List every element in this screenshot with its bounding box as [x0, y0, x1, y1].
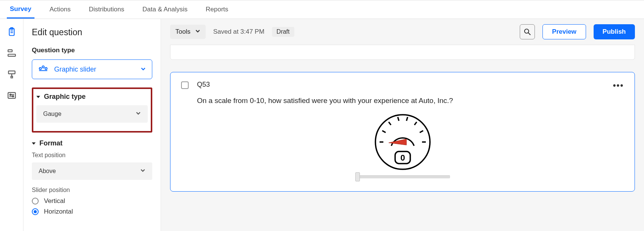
- search-button[interactable]: [520, 24, 535, 39]
- graphic-type-select[interactable]: Gauge: [36, 105, 148, 123]
- question-checkbox[interactable]: [181, 81, 189, 89]
- canvas: Q53 ••• On a scale from 0-10, how satisf…: [161, 45, 644, 192]
- tools-button[interactable]: Tools: [170, 25, 206, 39]
- question-text[interactable]: On a scale from 0-10, how satisfied were…: [181, 97, 624, 105]
- svg-marker-17: [36, 96, 40, 98]
- draft-badge: Draft: [272, 27, 294, 37]
- preview-button[interactable]: Preview: [542, 24, 586, 39]
- radio-vertical[interactable]: [32, 198, 39, 204]
- radio-horizontal-label: Horizontal: [44, 208, 73, 215]
- svg-point-14: [42, 66, 44, 67]
- content-area: Tools Saved at 3:47 PM Draft Preview Pub…: [161, 19, 644, 231]
- clipboard-icon[interactable]: [6, 27, 17, 37]
- format-label: Format: [39, 139, 63, 147]
- graphic-type-header[interactable]: Graphic type: [36, 93, 148, 101]
- gauge-icon: 0: [370, 112, 435, 172]
- publish-button[interactable]: Publish: [594, 24, 635, 39]
- question-type-select[interactable]: Graphic slider: [32, 59, 152, 79]
- tab-distributions[interactable]: Distributions: [86, 0, 127, 19]
- settings-icon[interactable]: [6, 90, 17, 101]
- svg-line-26: [406, 117, 408, 121]
- svg-rect-4: [8, 50, 12, 52]
- search-icon: [523, 28, 531, 36]
- slider-handle[interactable]: [355, 172, 360, 181]
- flow-icon[interactable]: [6, 48, 17, 58]
- chevron-down-icon: [195, 28, 200, 36]
- svg-line-23: [382, 131, 386, 133]
- chevron-down-icon: [140, 168, 145, 175]
- radio-vertical-label: Vertical: [44, 197, 65, 205]
- gauge-value: 0: [400, 153, 405, 162]
- tab-reports[interactable]: Reports: [203, 0, 231, 19]
- panel-title: Edit question: [32, 27, 152, 37]
- tab-data-analysis[interactable]: Data & Analysis: [139, 0, 191, 19]
- tab-actions[interactable]: Actions: [47, 0, 74, 19]
- radio-horizontal-row[interactable]: Horizontal: [32, 208, 152, 215]
- tab-survey[interactable]: Survey: [7, 0, 34, 19]
- top-nav: Survey Actions Distributions Data & Anal…: [0, 0, 644, 19]
- svg-marker-18: [32, 142, 36, 145]
- svg-rect-8: [8, 92, 16, 98]
- question-id: Q53: [197, 81, 210, 89]
- question-more-icon[interactable]: •••: [613, 81, 624, 91]
- svg-rect-6: [8, 71, 15, 74]
- chevron-down-icon: [136, 111, 141, 117]
- question-card[interactable]: Q53 ••• On a scale from 0-10, how satisf…: [170, 72, 635, 192]
- svg-line-20: [528, 33, 531, 35]
- tools-label: Tools: [175, 28, 191, 36]
- previous-block-placeholder: [170, 45, 635, 60]
- caret-down-icon: [36, 93, 40, 101]
- svg-line-24: [389, 122, 391, 125]
- brush-icon[interactable]: [6, 69, 17, 80]
- edit-question-panel: Edit question Question type Graphic slid…: [23, 19, 161, 231]
- text-position-value: Above: [39, 168, 56, 175]
- left-icon-rail: [0, 19, 23, 231]
- chevron-down-icon: [141, 66, 146, 73]
- svg-line-27: [414, 122, 417, 125]
- slider-track: [355, 175, 450, 178]
- svg-point-19: [525, 29, 529, 33]
- slider-control[interactable]: [355, 174, 450, 180]
- svg-point-15: [45, 67, 47, 69]
- caret-down-icon: [32, 139, 36, 147]
- graphic-type-highlight: Graphic type Gauge: [32, 87, 152, 133]
- format-header[interactable]: Format: [32, 139, 152, 147]
- graphic-type-value: Gauge: [43, 111, 61, 117]
- gauge-visual: 0: [181, 112, 624, 180]
- graphic-type-label: Graphic type: [44, 93, 86, 101]
- svg-rect-5: [8, 54, 16, 56]
- svg-line-28: [420, 131, 423, 133]
- svg-point-13: [39, 67, 41, 69]
- question-type-label: Question type: [32, 47, 152, 54]
- radio-vertical-row[interactable]: Vertical: [32, 197, 152, 205]
- svg-line-25: [398, 117, 399, 121]
- question-type-value: Graphic slider: [54, 66, 96, 73]
- radio-horizontal[interactable]: [32, 208, 39, 215]
- text-position-label: Text position: [32, 152, 152, 159]
- slider-icon: [38, 65, 48, 74]
- slider-position-label: Slider position: [32, 187, 152, 194]
- saved-status: Saved at 3:47 PM: [213, 28, 264, 36]
- content-toolbar: Tools Saved at 3:47 PM Draft Preview Pub…: [161, 19, 644, 45]
- text-position-select[interactable]: Above: [32, 162, 152, 180]
